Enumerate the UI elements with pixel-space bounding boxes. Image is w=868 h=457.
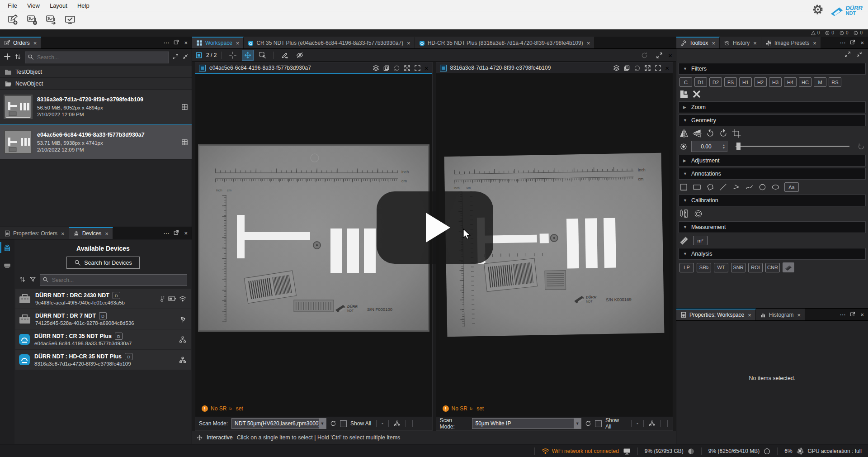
search-for-devices-button[interactable]: Search for Devices: [66, 257, 140, 269]
curve-annotation-icon[interactable]: [745, 183, 754, 191]
close-workspace-icon[interactable]: ×: [668, 52, 672, 59]
filter-icon[interactable]: [29, 276, 36, 285]
area-measure-button[interactable]: m²: [693, 236, 708, 245]
wifi-status[interactable]: WiFi network not connected: [542, 448, 619, 454]
filter-button[interactable]: M: [814, 77, 826, 87]
annotate-tool[interactable]: [279, 50, 291, 61]
disk-usage[interactable]: 9% (92/953 GB): [645, 448, 684, 454]
tab-toolbox[interactable]: Toolbox×: [676, 37, 720, 48]
reset-rotation-icon[interactable]: [858, 143, 865, 150]
collapse-sections-icon[interactable]: [856, 51, 863, 59]
refresh-icon[interactable]: [585, 420, 591, 427]
close-panel-icon[interactable]: ×: [860, 39, 864, 46]
fit-view-icon[interactable]: [404, 65, 410, 71]
settings-gear-icon[interactable]: [812, 4, 824, 17]
tab-cr35[interactable]: CR 35 NDT Plus (e04ac5e6-6c84-4196-8a33-…: [244, 37, 415, 48]
filter-button[interactable]: H4: [784, 77, 797, 87]
chevron-down-icon[interactable]: ▼: [319, 419, 326, 428]
section-measurement[interactable]: ▼Measurement: [679, 221, 866, 233]
close-icon[interactable]: ×: [236, 40, 240, 47]
show-all-checkbox[interactable]: [340, 420, 347, 427]
filter-button[interactable]: C: [679, 77, 692, 87]
order-item[interactable]: 8316a3e8-7d1a-4720-8f39-e3798fe4b109 56.…: [0, 90, 192, 124]
rectangle-annotation-icon[interactable]: [693, 183, 701, 191]
memory-usage[interactable]: 9% (6250/65410 MB): [708, 448, 760, 454]
order-item-selected[interactable]: e04ac5e6-6c84-4196-8a33-f577b3d930a7 53.…: [0, 124, 192, 160]
ruler-icon[interactable]: [679, 236, 689, 245]
layers-icon[interactable]: [613, 65, 620, 71]
device-row[interactable]: DÜRR NDT : CR 35 NDT PlusD e04ac5e6-6c84…: [15, 329, 191, 350]
scan-mode-select[interactable]: NDT 50µm(HV620,laser6,rpm3000) ▼: [231, 418, 326, 429]
tab-orders[interactable]: Orders×: [0, 37, 41, 48]
filter-button[interactable]: H1: [739, 77, 752, 87]
popout-icon[interactable]: [174, 229, 179, 237]
close-icon[interactable]: ×: [813, 40, 816, 47]
viewer-select-checkbox[interactable]: [199, 65, 206, 71]
more-icon[interactable]: ⋯: [840, 39, 845, 46]
srb-analysis-button[interactable]: SRb: [697, 263, 711, 272]
filter-button[interactable]: H2: [754, 77, 767, 87]
crosshair-tool[interactable]: [227, 50, 239, 61]
expand-all-icon[interactable]: [173, 53, 179, 62]
gpu-status[interactable]: GPU acceleration : full: [808, 448, 862, 454]
flip-horizontal-icon[interactable]: [679, 129, 689, 138]
info-icon[interactable]: [764, 448, 770, 455]
popout-icon[interactable]: [850, 311, 856, 318]
chevron-down-icon[interactable]: ▼: [574, 419, 581, 428]
rotate-cw-icon[interactable]: [706, 129, 715, 138]
flip-vertical-icon[interactable]: [693, 129, 702, 138]
polyline-annotation-icon[interactable]: [732, 183, 741, 191]
cnr-analysis-button[interactable]: CNR: [765, 263, 780, 272]
video-play-overlay[interactable]: [377, 191, 493, 264]
duplicate-icon[interactable]: [383, 65, 390, 71]
section-annotations[interactable]: ▼Annotations: [679, 168, 866, 180]
rail-scanners-icon[interactable]: [1, 241, 14, 254]
ellipse-annotation-icon[interactable]: [771, 183, 780, 191]
tab-workspace[interactable]: Workspace×: [192, 37, 244, 48]
more-icon[interactable]: ⋯: [163, 230, 169, 237]
new-order-button[interactable]: [5, 13, 21, 27]
filter-button[interactable]: HC: [799, 77, 811, 87]
text-annotation-button[interactable]: Aa: [784, 182, 799, 192]
rotate-free-icon[interactable]: [679, 143, 688, 151]
rail-detectors-icon[interactable]: [1, 258, 14, 271]
section-geometry[interactable]: ▼Geometry: [679, 114, 866, 126]
ethernet-icon[interactable]: [394, 420, 401, 427]
section-adjustment[interactable]: ▶Adjustment: [679, 155, 866, 167]
close-panel-icon[interactable]: ×: [184, 39, 188, 46]
polygon-annotation-icon[interactable]: [706, 183, 714, 191]
device-row[interactable]: DÜRR NDT : HD-CR 35 NDT PlusD 8316a3e8-7…: [15, 350, 191, 370]
acquire-button[interactable]: [62, 13, 78, 27]
close-panel-icon[interactable]: ×: [860, 311, 864, 318]
section-analysis[interactable]: ▼Analysis: [679, 248, 866, 260]
grid-icon[interactable]: [181, 104, 188, 110]
close-icon[interactable]: ×: [587, 40, 590, 47]
ethernet-icon[interactable]: [649, 420, 656, 427]
tab-image-presets[interactable]: Image Presets×: [761, 37, 821, 48]
lp-analysis-button[interactable]: LP: [679, 263, 694, 272]
section-zoom[interactable]: ▶Zoom: [679, 101, 866, 113]
close-icon[interactable]: ×: [407, 40, 410, 47]
snr-analysis-button[interactable]: SNR: [731, 263, 745, 272]
device-row[interactable]: DÜRR NDT : DRC 2430 NDTD 9c4ff8fe-aeaf-4…: [15, 289, 191, 309]
viewer-select-checkbox[interactable]: [440, 65, 447, 71]
clear-filter-icon[interactable]: [692, 90, 701, 99]
calibrate-length-icon[interactable]: [679, 209, 689, 219]
popout-icon[interactable]: [850, 39, 856, 46]
menu-help[interactable]: Help: [72, 1, 94, 10]
layers-icon[interactable]: [373, 65, 379, 71]
tab-history[interactable]: History×: [720, 37, 761, 48]
import-image-button[interactable]: [24, 13, 40, 27]
slider-thumb[interactable]: [736, 143, 741, 150]
fit-view-icon[interactable]: [644, 65, 651, 71]
device-row[interactable]: DÜRR NDT : DR 7 NDTD 74125d45-528a-401c-…: [15, 309, 191, 329]
orders-search-input[interactable]: [25, 52, 169, 63]
layout-icon[interactable]: [196, 52, 202, 58]
section-filters[interactable]: ▼Filters: [679, 63, 866, 75]
filter-button[interactable]: FS: [724, 77, 737, 87]
grid-icon[interactable]: [181, 139, 188, 146]
line-annotation-icon[interactable]: [719, 183, 727, 191]
refresh-layout-button[interactable]: [638, 50, 650, 61]
spin-down-icon[interactable]: ▼: [722, 147, 726, 149]
close-icon[interactable]: ×: [105, 230, 108, 237]
